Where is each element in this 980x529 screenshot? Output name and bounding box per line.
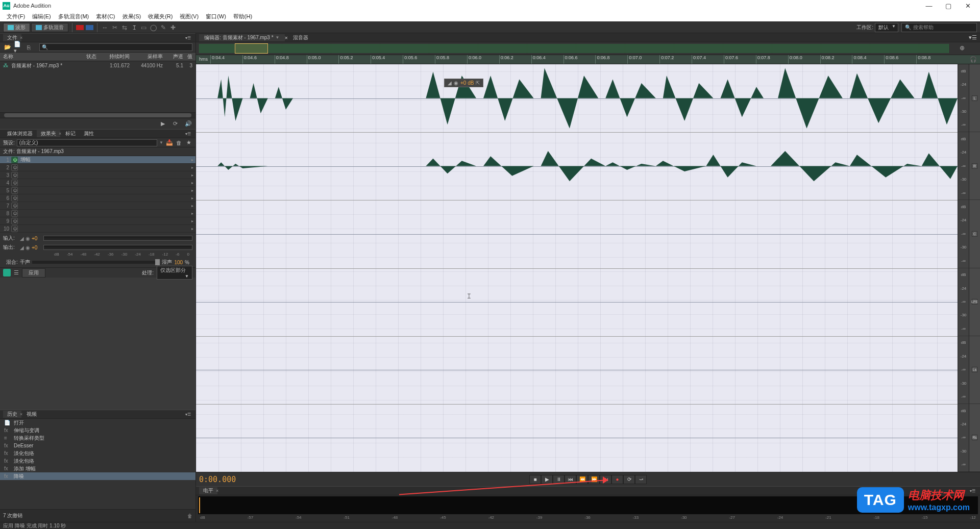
fx-power-icon[interactable]: [3, 269, 11, 276]
chevron-right-icon[interactable]: ▸: [191, 226, 193, 231]
zoom-icon[interactable]: ⊕: [960, 44, 965, 52]
tab-effects-rack[interactable]: 效果夹: [37, 130, 60, 137]
power-icon[interactable]: ⏻: [11, 195, 18, 201]
input-knob-icon[interactable]: ◉: [26, 236, 30, 241]
overview-selection[interactable]: [235, 43, 268, 54]
channel-label[interactable]: Rs: [969, 404, 980, 472]
menu-help[interactable]: 帮助(H): [230, 13, 256, 20]
files-scrollbar[interactable]: [0, 112, 195, 118]
fx-slot[interactable]: 9⏻▸: [0, 217, 195, 225]
channel-label[interactable]: LFE: [969, 268, 980, 336]
power-icon[interactable]: ⏻: [11, 172, 18, 179]
record-button[interactable]: ●: [611, 475, 623, 484]
tool-brush-icon[interactable]: ✎: [159, 23, 167, 32]
tab-mixer[interactable]: 混音器: [288, 34, 313, 41]
delete-preset-icon[interactable]: 🗑: [175, 140, 183, 146]
tool-razor-icon[interactable]: ✂: [110, 23, 119, 32]
skip-selection-button[interactable]: ⤻: [635, 475, 647, 484]
fx-slot[interactable]: 6⏻▸: [0, 194, 195, 202]
waveform-area[interactable]: ◢ ◉ +0 dB ⇱ 𝙸 dB-24-∞-30-∞dB-24-∞-30-∞dB…: [196, 64, 980, 472]
menu-edit[interactable]: 编辑(E): [29, 13, 55, 20]
chevron-right-icon[interactable]: ▸: [191, 188, 193, 193]
hud-value[interactable]: +0 dB: [460, 80, 474, 86]
menu-multitrack[interactable]: 多轨混音(M): [55, 13, 93, 20]
chevron-right-icon[interactable]: ▸: [191, 211, 193, 216]
history-item[interactable]: fxDeEsser: [0, 442, 195, 449]
output-value[interactable]: +0: [32, 245, 42, 250]
input-value[interactable]: +0: [32, 236, 42, 241]
stop-button[interactable]: ■: [529, 475, 541, 484]
preset-select[interactable]: (自定义): [17, 139, 157, 146]
close-icon[interactable]: ×: [216, 488, 218, 493]
loop-button[interactable]: ⟳: [623, 475, 635, 484]
tool-time-select-icon[interactable]: 𝙸: [130, 23, 138, 32]
close-button[interactable]: ✕: [958, 0, 977, 11]
spectral-blue-icon[interactable]: [85, 23, 94, 32]
spectral-red-icon[interactable]: [76, 23, 84, 32]
favorite-icon[interactable]: ★: [185, 139, 192, 146]
mode-waveform-button[interactable]: 波形: [3, 23, 30, 32]
fx-slot[interactable]: 5⏻▸: [0, 187, 195, 194]
fx-slot[interactable]: 7⏻▸: [0, 202, 195, 210]
mode-multitrack-button[interactable]: 多轨混音: [31, 23, 68, 32]
power-icon[interactable]: ⏻: [11, 210, 18, 217]
headphones-icon[interactable]: 🎧: [970, 56, 977, 63]
history-item[interactable]: fx淡化包络: [0, 449, 195, 457]
play-preview-icon[interactable]: ▶: [158, 120, 167, 128]
history-item[interactable]: 📄打开: [0, 419, 195, 426]
menu-file[interactable]: 文件(F): [3, 13, 29, 20]
panel-menu-icon[interactable]: ▾☰: [970, 489, 975, 493]
history-item[interactable]: fx降噪: [0, 472, 195, 480]
channel-label[interactable]: C: [969, 200, 980, 268]
minimize-button[interactable]: —: [919, 0, 939, 11]
hud-pin-icon[interactable]: ⇱: [476, 80, 480, 86]
panel-menu-icon[interactable]: ▾☰: [185, 36, 191, 40]
tool-heal-icon[interactable]: ✚: [168, 23, 177, 32]
chevron-down-icon[interactable]: ▼: [276, 35, 280, 40]
col-status[interactable]: 状态: [76, 53, 96, 60]
history-item[interactable]: fx伸缩与变调: [0, 426, 195, 434]
waveform-canvas[interactable]: ◢ ◉ +0 dB ⇱ 𝙸: [196, 64, 958, 472]
tab-levels[interactable]: 电平: [199, 487, 217, 494]
power-icon[interactable]: ⏻: [11, 157, 18, 163]
menu-favorites[interactable]: 收藏夹(R): [144, 13, 176, 20]
chevron-right-icon[interactable]: ▸: [191, 158, 193, 162]
panel-menu-icon[interactable]: ▾☰: [185, 132, 191, 136]
tool-lasso-icon[interactable]: ◯: [149, 23, 158, 32]
col-name[interactable]: 名称: [3, 53, 76, 60]
file-row[interactable]: ⁂ 音频素材 - 1967.mp3 * 1:01.672 44100 Hz 5.…: [0, 61, 195, 70]
fx-list-icon[interactable]: ☰: [14, 269, 19, 276]
loop-preview-icon[interactable]: ⟳: [171, 120, 180, 128]
close-icon[interactable]: ×: [20, 35, 22, 40]
fx-slot[interactable]: 8⏻▸: [0, 210, 195, 217]
channel-label[interactable]: L: [969, 64, 980, 132]
tab-history[interactable]: 历史: [3, 411, 21, 418]
history-item[interactable]: ≡转换采样类型: [0, 434, 195, 442]
menu-effects[interactable]: 效果(S): [119, 13, 145, 20]
history-item[interactable]: fx淡化包络: [0, 457, 195, 465]
fx-slot[interactable]: 1⏻增幅▸: [0, 156, 195, 164]
power-icon[interactable]: ⏻: [11, 180, 18, 186]
process-select[interactable]: 仅选区部分 ▼: [157, 266, 192, 280]
new-file-icon[interactable]: 📄▾: [14, 43, 22, 51]
col-duration[interactable]: 持续时间: [96, 53, 130, 60]
chevron-right-icon[interactable]: ▸: [191, 204, 193, 208]
tab-properties[interactable]: 属性: [80, 130, 98, 137]
apply-button[interactable]: 应用: [22, 268, 45, 278]
tool-marquee-icon[interactable]: ▭: [139, 23, 148, 32]
channel-label[interactable]: R: [969, 132, 980, 200]
menu-clip[interactable]: 素材(C): [92, 13, 118, 20]
workspace-select[interactable]: 默认 ▼: [875, 23, 898, 32]
output-knob-icon[interactable]: ◉: [26, 245, 30, 250]
tab-markers[interactable]: 标记: [61, 130, 80, 137]
col-rate[interactable]: 采样率: [130, 53, 163, 60]
tool-move-icon[interactable]: ↔: [101, 23, 109, 32]
fx-slot[interactable]: 2⏻▸: [0, 164, 195, 171]
maximize-button[interactable]: ▢: [939, 0, 958, 11]
play-button[interactable]: ▶: [541, 475, 553, 484]
search-help-input[interactable]: 🔍 搜索帮助: [901, 23, 977, 32]
fast-forward-button[interactable]: ⏩: [588, 475, 600, 484]
autoplay-icon[interactable]: 🔊: [184, 120, 192, 128]
nav-overview[interactable]: ⊕: [196, 42, 980, 55]
hud-knob-icon[interactable]: ◉: [454, 80, 458, 86]
